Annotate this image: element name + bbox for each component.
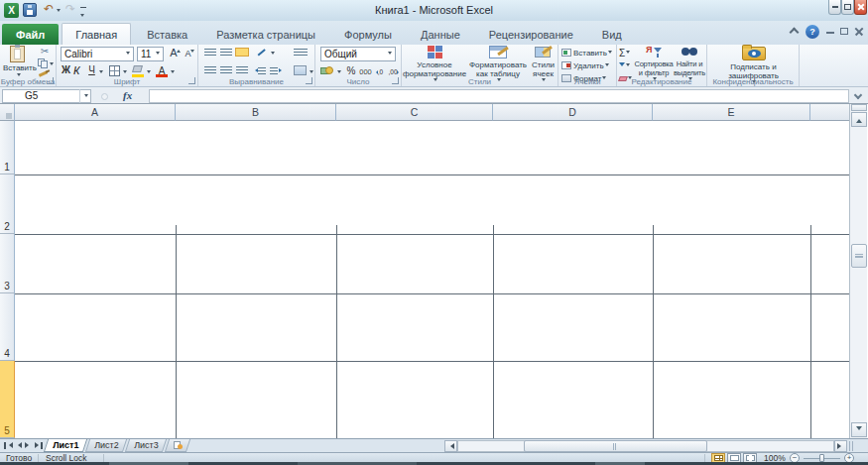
percent-style-button[interactable]: % bbox=[345, 65, 357, 77]
align-top-icon[interactable] bbox=[204, 49, 216, 56]
align-right-icon[interactable] bbox=[236, 66, 248, 75]
borders-dropdown-icon[interactable] bbox=[123, 70, 127, 75]
row-header-5-selected[interactable]: 5 bbox=[0, 361, 15, 438]
scroll-up-button[interactable] bbox=[851, 112, 867, 127]
name-box-dropdown-icon[interactable] bbox=[79, 89, 91, 103]
italic-button[interactable]: К bbox=[73, 64, 84, 77]
tab-formulas[interactable]: Формулы bbox=[331, 24, 405, 46]
previous-sheet-button[interactable] bbox=[15, 442, 22, 448]
expand-formula-bar-icon[interactable] bbox=[854, 91, 862, 99]
hscroll-right-button[interactable] bbox=[834, 440, 847, 452]
bold-button[interactable]: Ж bbox=[61, 64, 71, 77]
fill-color-dropdown-icon[interactable] bbox=[147, 70, 151, 75]
tab-home[interactable]: Главная bbox=[62, 23, 131, 45]
clipboard-dialog-launcher[interactable] bbox=[47, 77, 54, 84]
autosum-button[interactable]: Σ bbox=[619, 47, 630, 58]
conditional-formatting-icon bbox=[428, 46, 442, 59]
minimize-window-button[interactable] bbox=[828, 0, 841, 15]
row-header-1[interactable]: 1 bbox=[0, 121, 15, 174]
tab-file[interactable]: Файл bbox=[2, 24, 59, 46]
row-header-4[interactable]: 4 bbox=[0, 293, 15, 361]
alignment-dialog-launcher[interactable] bbox=[306, 77, 312, 84]
select-all-corner[interactable] bbox=[0, 104, 15, 121]
scroll-down-button[interactable] bbox=[851, 422, 867, 437]
number-format-combo[interactable]: Общий bbox=[320, 47, 396, 61]
grow-font-button[interactable]: A bbox=[167, 47, 181, 60]
vertical-scroll-thumb[interactable] bbox=[851, 244, 867, 268]
accounting-format-button[interactable] bbox=[320, 65, 335, 76]
horizontal-scroll-thumb[interactable] bbox=[524, 440, 707, 452]
tab-page-layout[interactable]: Разметка страницы bbox=[203, 24, 328, 46]
align-left-icon[interactable] bbox=[204, 66, 216, 75]
align-bottom-icon[interactable] bbox=[236, 49, 248, 56]
increase-decimal-button[interactable]: ,0 bbox=[375, 66, 386, 77]
close-workbook-icon[interactable] bbox=[854, 27, 863, 36]
gridline bbox=[15, 174, 849, 175]
help-icon[interactable]: ? bbox=[806, 25, 819, 39]
tab-data[interactable]: Данные bbox=[408, 24, 473, 46]
wrap-text-icon[interactable] bbox=[294, 49, 308, 58]
font-size-combo[interactable]: 11 bbox=[137, 47, 164, 61]
comma-style-button[interactable]: 000 bbox=[358, 67, 373, 77]
delete-cells-button[interactable]: Удалить bbox=[561, 59, 609, 71]
merge-center-icon[interactable] bbox=[294, 65, 307, 75]
number-dialog-launcher[interactable] bbox=[392, 77, 399, 84]
next-sheet-button[interactable] bbox=[25, 442, 32, 448]
column-header-d[interactable]: D bbox=[493, 104, 653, 121]
split-handle[interactable] bbox=[851, 104, 867, 111]
maximize-window-button[interactable] bbox=[841, 0, 854, 15]
decrease-decimal-button[interactable]: ,00 bbox=[387, 66, 399, 77]
divider bbox=[38, 454, 39, 462]
font-family-combo[interactable]: Calibri bbox=[61, 47, 134, 61]
column-header-partial[interactable] bbox=[810, 104, 849, 121]
shrink-font-button[interactable]: A bbox=[182, 49, 194, 60]
orientation-button[interactable] bbox=[256, 48, 270, 58]
name-box[interactable]: G5 bbox=[2, 89, 91, 103]
sheet-tab-1[interactable]: Лист1 bbox=[44, 439, 87, 452]
tab-split-handle[interactable] bbox=[849, 441, 853, 451]
sheet-tab-3[interactable]: Лист3 bbox=[125, 439, 167, 452]
tab-insert[interactable]: Вставка bbox=[134, 24, 200, 46]
cut-button[interactable]: ✂ bbox=[37, 46, 53, 57]
insert-function-button[interactable]: fx bbox=[123, 89, 132, 101]
fill-button[interactable] bbox=[619, 59, 630, 71]
cells-area[interactable] bbox=[15, 121, 849, 438]
font-dialog-launcher[interactable] bbox=[188, 77, 195, 84]
fill-color-button[interactable] bbox=[132, 65, 145, 77]
orientation-dropdown-icon[interactable] bbox=[271, 52, 275, 57]
decrease-indent-button[interactable] bbox=[254, 66, 266, 75]
coin-icon bbox=[325, 66, 333, 74]
vertical-scrollbar[interactable] bbox=[849, 104, 867, 438]
hscroll-left-button[interactable] bbox=[444, 440, 457, 452]
accounting-dropdown-icon[interactable] bbox=[337, 70, 341, 75]
tab-review[interactable]: Рецензирование bbox=[476, 24, 586, 46]
copy-button[interactable] bbox=[38, 58, 52, 68]
column-header-b[interactable]: B bbox=[176, 104, 336, 121]
borders-icon[interactable] bbox=[109, 65, 120, 76]
increase-indent-button[interactable] bbox=[270, 66, 282, 75]
column-header-c[interactable]: C bbox=[336, 104, 493, 121]
font-color-dropdown-icon[interactable] bbox=[171, 70, 175, 75]
align-middle-icon[interactable] bbox=[220, 49, 232, 56]
formula-input[interactable] bbox=[149, 89, 849, 103]
row-header-2[interactable]: 2 bbox=[0, 174, 15, 234]
merge-dropdown-icon[interactable] bbox=[310, 70, 313, 75]
paste-button[interactable]: Вставить bbox=[3, 46, 33, 77]
underline-dropdown-icon[interactable] bbox=[99, 70, 103, 75]
formula-bar: G5 fx bbox=[0, 87, 868, 104]
tab-view[interactable]: Вид bbox=[589, 24, 635, 46]
insert-cells-button[interactable]: Вставить bbox=[561, 47, 612, 58]
sheet-tab-2[interactable]: Лист2 bbox=[85, 439, 127, 452]
close-window-button[interactable] bbox=[854, 0, 867, 15]
row-header-3[interactable]: 3 bbox=[0, 234, 15, 293]
minimize-ribbon-icon[interactable] bbox=[790, 28, 800, 38]
align-center-icon[interactable] bbox=[220, 66, 232, 75]
font-color-button[interactable]: A bbox=[156, 64, 168, 77]
underline-button[interactable]: Ч bbox=[86, 64, 97, 77]
minimize-workbook-icon[interactable] bbox=[826, 32, 834, 34]
column-header-e[interactable]: E bbox=[653, 104, 810, 121]
insert-worksheet-button[interactable] bbox=[165, 439, 190, 452]
column-header-a[interactable]: A bbox=[15, 104, 176, 121]
restore-workbook-icon[interactable] bbox=[840, 28, 848, 35]
zoom-slider-thumb[interactable] bbox=[819, 454, 824, 462]
